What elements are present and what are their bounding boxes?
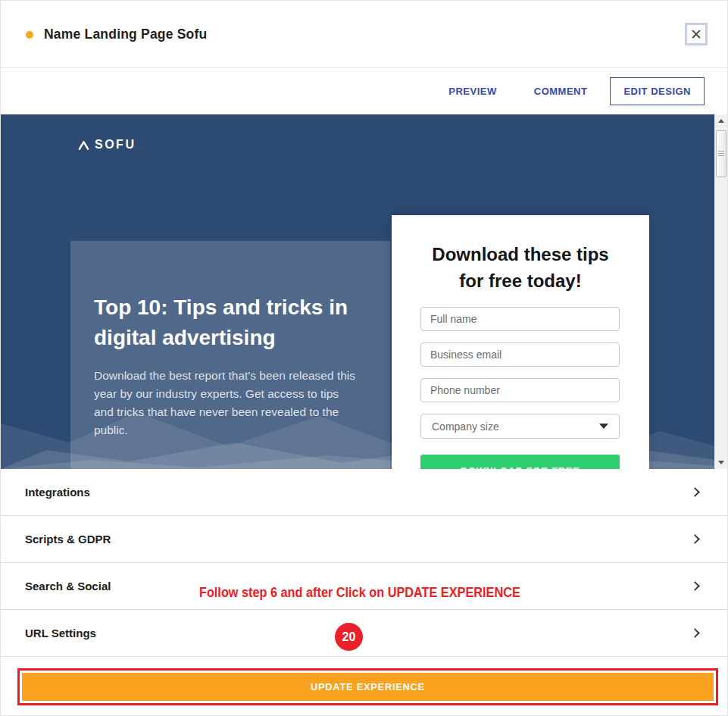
scroll-down-icon [718,461,724,464]
scrollbar-thumb[interactable] [716,130,726,177]
edit-design-button[interactable]: EDIT DESIGN [610,77,705,105]
modal-title: Name Landing Page Sofu [44,27,207,42]
sofu-logo: SOFU [78,138,136,152]
section-row-url-settings[interactable]: URL Settings [1,610,727,657]
form-title: Download these tips for free today! [426,241,615,294]
hero-body: Download the best report that's been rel… [94,367,358,439]
scrollbar-grip-icon [718,151,724,157]
update-experience-label: UPDATE EXPERIENCE [311,681,425,693]
section-label: Search & Social [25,580,111,592]
chevron-right-icon [690,581,700,591]
chevron-right-icon [690,487,700,497]
chevron-right-icon [690,628,700,638]
status-dot-icon [26,31,33,39]
full-name-input[interactable] [420,307,620,331]
preview-scrollbar[interactable] [714,114,727,469]
section-row-scripts-gdpr[interactable]: Scripts & GDPR [1,516,727,563]
section-label: Integrations [25,486,90,499]
business-email-input[interactable] [420,342,620,367]
lead-form-card: Download these tips for free today! Comp… [392,215,649,469]
logo-arrow-icon [78,140,89,150]
section-label: Scripts & GDPR [25,533,111,546]
scroll-up-button[interactable] [715,114,727,127]
dropdown-caret-icon [599,424,608,429]
preview-link[interactable]: PREVIEW [448,86,496,97]
logo-text: SOFU [95,138,136,152]
chevron-right-icon [690,534,700,544]
section-row-search-social[interactable]: Search & Social [1,563,727,610]
company-size-select[interactable]: Company size [420,414,620,439]
annotation-highlight-box: UPDATE EXPERIENCE [17,668,718,705]
hero-title: Top 10: Tips and tricks in digital adver… [94,292,361,353]
scroll-down-button[interactable] [715,456,727,469]
company-size-placeholder: Company size [432,421,499,433]
close-button[interactable]: ✕ [685,23,708,45]
comment-link[interactable]: COMMENT [534,86,588,97]
section-label: URL Settings [25,627,96,639]
modal-toolbar: PREVIEW COMMENT EDIT DESIGN [1,68,727,114]
scroll-up-icon [718,119,724,123]
section-row-integrations[interactable]: Integrations [1,469,727,516]
settings-sections: Integrations Scripts & GDPR Search & Soc… [1,469,727,657]
annotation-step-badge: 20 [335,623,363,651]
landing-page-settings-modal: Name Landing Page Sofu ✕ PREVIEW COMMENT… [0,0,728,716]
update-experience-button[interactable]: UPDATE EXPERIENCE [22,673,714,701]
hero-panel: Top 10: Tips and tricks in digital adver… [70,241,390,469]
modal-header: Name Landing Page Sofu ✕ [1,1,727,68]
close-icon: ✕ [690,27,702,42]
landing-page-preview: SOFU Top 10: Tips and tricks in digital … [1,114,716,469]
phone-number-input[interactable] [420,378,620,402]
download-for-free-button[interactable]: DOWNLOAD FOR FREE [420,455,620,469]
